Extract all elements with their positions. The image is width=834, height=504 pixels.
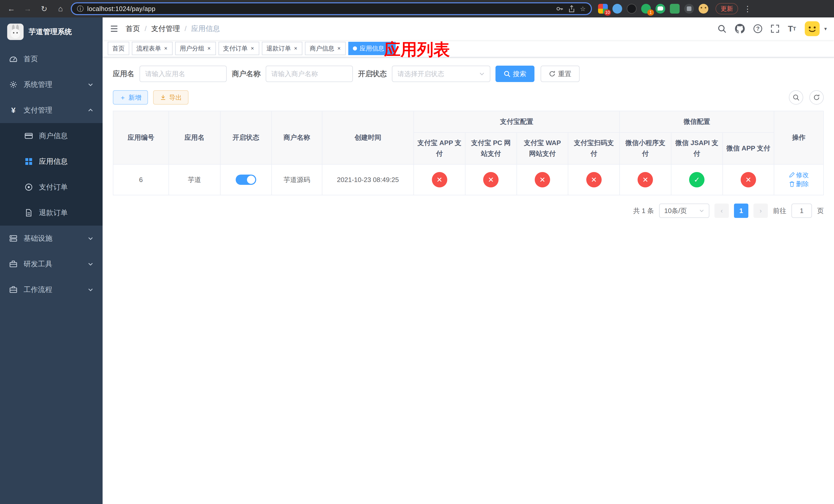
home-icon[interactable]: ⌂: [54, 3, 67, 15]
sidebar-item-label: 系统管理: [24, 80, 52, 90]
tab-label: 流程表单: [136, 44, 161, 52]
search-button[interactable]: 搜索: [496, 66, 534, 82]
plus-icon: ＋: [119, 93, 126, 102]
sidebar-item-app-info[interactable]: 应用信息: [0, 149, 103, 174]
tab-home[interactable]: 首页: [108, 42, 129, 55]
app-logo[interactable]: 芋道管理系统: [0, 18, 103, 46]
sidebar-item-infrastructure[interactable]: 基础设施: [0, 226, 103, 251]
header-search-icon[interactable]: [718, 24, 726, 33]
add-button[interactable]: ＋ 新增: [113, 90, 148, 105]
wechat-app-status-icon: ✕: [741, 172, 756, 187]
app-name-input[interactable]: [139, 66, 227, 82]
tab-merchant-info[interactable]: 商户信息 ×: [305, 42, 346, 55]
page-1-button[interactable]: 1: [734, 204, 748, 218]
table-toolbar: ＋ 新增 导出: [113, 90, 824, 105]
sidebar-item-workflow[interactable]: 工作流程: [0, 277, 103, 302]
extension-drop-icon[interactable]: [612, 4, 622, 14]
status-select[interactable]: 请选择开启状态: [392, 66, 490, 82]
col-actions: 操作: [774, 111, 824, 164]
extension-badge: 1: [647, 9, 654, 16]
breadcrumb-separator: /: [145, 25, 147, 33]
close-icon[interactable]: ×: [163, 45, 168, 52]
address-bar[interactable]: ⓘ localhost:1024/pay/app ☆: [71, 2, 592, 15]
alipay-wap-status-icon: ✕: [535, 172, 550, 187]
tab-app-info[interactable]: 应用信息 ×: [348, 42, 396, 55]
back-icon[interactable]: ←: [5, 3, 18, 15]
breadcrumb-payment[interactable]: 支付管理: [151, 24, 180, 33]
col-app-name: 应用名: [169, 111, 220, 164]
tab-pay-order[interactable]: 支付订单 ×: [219, 42, 259, 55]
export-button[interactable]: 导出: [153, 90, 189, 105]
chevron-down-icon: [88, 82, 93, 87]
tags-view-bar: 首页 流程表单 × 用户分组 × 支付订单 × 退款订单 ×: [103, 40, 834, 58]
col-wx-jsapi: 微信 JSAPI 支付: [671, 133, 723, 164]
sidebar-item-system[interactable]: 系统管理: [0, 72, 103, 97]
breadcrumb-home[interactable]: 首页: [126, 24, 140, 33]
sidebar-item-pay-order[interactable]: 支付订单: [0, 174, 103, 200]
browser-menu-kebab-icon[interactable]: ⋮: [742, 4, 753, 13]
extension-dark-icon[interactable]: [627, 4, 637, 14]
bookmark-star-icon[interactable]: ☆: [580, 5, 586, 13]
extension-badge: 10: [604, 9, 611, 16]
close-icon[interactable]: ×: [337, 45, 341, 52]
refresh-button[interactable]: [809, 90, 824, 105]
sidebar-item-home[interactable]: 首页: [0, 46, 103, 72]
update-button[interactable]: 更新: [716, 3, 738, 14]
close-icon[interactable]: ×: [387, 45, 391, 52]
add-button-label: 新增: [129, 93, 141, 102]
next-page-button[interactable]: ›: [753, 204, 768, 218]
tab-user-group[interactable]: 用户分组 ×: [175, 42, 216, 55]
tab-refund-order[interactable]: 退款订单 ×: [262, 42, 303, 55]
wechat-jsapi-status-icon: ✓: [689, 172, 704, 187]
hamburger-icon[interactable]: [110, 24, 118, 33]
status-label: 开启状态: [358, 69, 387, 79]
font-size-icon[interactable]: TT: [788, 24, 796, 33]
sidebar-item-label: 应用信息: [39, 157, 68, 166]
delete-link[interactable]: 删除: [789, 180, 809, 188]
extension-green-icon[interactable]: 1: [641, 4, 651, 14]
sidebar-item-label: 首页: [24, 54, 38, 64]
avatar-caret-icon[interactable]: ▾: [824, 26, 827, 32]
enable-toggle[interactable]: [236, 175, 256, 185]
extension-wechat-icon[interactable]: [656, 4, 665, 14]
extension-square-icon[interactable]: [670, 4, 680, 14]
sidebar-item-merchant-info[interactable]: 商户信息: [0, 123, 103, 149]
user-avatar[interactable]: [805, 21, 820, 36]
extensions-puzzle-icon[interactable]: [684, 4, 694, 14]
close-icon[interactable]: ×: [294, 45, 298, 52]
cell-created: 2021-10-23 08:49:25: [322, 164, 414, 195]
fullscreen-icon[interactable]: [771, 25, 779, 33]
goto-page-input[interactable]: [791, 204, 812, 218]
sidebar-item-payment[interactable]: ¥ 支付管理: [0, 97, 103, 123]
prev-page-button[interactable]: ‹: [715, 204, 729, 218]
alipay-pc-status-icon: ✕: [483, 172, 499, 187]
export-button-label: 导出: [169, 93, 182, 102]
extension-grid-icon[interactable]: 10: [598, 4, 608, 14]
forward-icon[interactable]: →: [22, 3, 34, 15]
site-info-icon[interactable]: ⓘ: [77, 4, 84, 13]
reset-button[interactable]: 重置: [541, 66, 579, 82]
tab-process-form[interactable]: 流程表单 ×: [132, 42, 173, 55]
edit-link[interactable]: 修改: [789, 171, 809, 179]
page-content: 应用名 商户名称 开启状态 请选择开启状态 搜索 重置: [103, 58, 834, 504]
password-key-icon[interactable]: [556, 5, 563, 12]
page-size-select[interactable]: 10条/页: [659, 204, 709, 218]
toggle-search-button[interactable]: [789, 90, 803, 105]
close-icon[interactable]: ×: [250, 45, 255, 52]
github-icon[interactable]: [735, 24, 745, 33]
sidebar-item-refund-order[interactable]: 退款订单: [0, 200, 103, 226]
help-icon[interactable]: ?: [753, 24, 762, 33]
share-icon[interactable]: [568, 5, 575, 12]
filter-form: 应用名 商户名称 开启状态 请选择开启状态 搜索 重置: [113, 66, 824, 82]
sidebar-item-dev-tools[interactable]: 研发工具: [0, 251, 103, 277]
sidebar-item-label: 基础设施: [24, 233, 52, 243]
reload-icon[interactable]: ↻: [38, 3, 50, 15]
chevron-up-icon: [88, 108, 93, 113]
search-button-label: 搜索: [513, 69, 526, 78]
breadcrumb: 首页 / 支付管理 / 应用信息: [126, 24, 220, 33]
table-tools: [789, 90, 824, 105]
profile-avatar-icon[interactable]: [699, 4, 708, 14]
close-icon[interactable]: ×: [207, 45, 211, 52]
merchant-name-input[interactable]: [266, 66, 353, 82]
pagination: 共 1 条 10条/页 ‹ 1 › 前往 页: [113, 204, 824, 218]
